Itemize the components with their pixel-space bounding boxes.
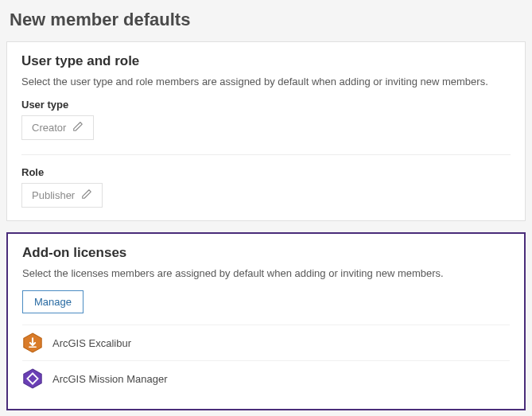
- pencil-icon: [72, 121, 83, 134]
- addon-licenses-card: Add-on licenses Select the licenses memb…: [6, 232, 526, 410]
- addon-licenses-title: Add-on licenses: [22, 245, 510, 261]
- user-type-role-description: Select the user type and role members ar…: [21, 76, 511, 87]
- user-type-role-title: User type and role: [21, 53, 511, 69]
- license-label: ArcGIS Mission Manager: [52, 373, 168, 385]
- license-item: ArcGIS Excalibur: [22, 325, 510, 360]
- license-list: ArcGIS Excalibur ArcGIS Mission Manager: [22, 325, 510, 396]
- addon-licenses-description: Select the licenses members are assigned…: [22, 267, 510, 279]
- license-label: ArcGIS Excalibur: [52, 337, 131, 349]
- role-selector[interactable]: Publisher: [21, 183, 103, 208]
- license-item: ArcGIS Mission Manager: [22, 360, 510, 396]
- user-type-value: Creator: [32, 122, 66, 134]
- role-value: Publisher: [32, 189, 75, 201]
- user-type-role-card: User type and role Select the user type …: [6, 41, 526, 221]
- role-label: Role: [21, 166, 511, 178]
- user-type-label: User type: [21, 99, 511, 111]
- mission-manager-icon: [22, 368, 43, 389]
- divider: [21, 154, 511, 155]
- excalibur-icon: [22, 332, 43, 353]
- user-type-selector[interactable]: Creator: [21, 115, 94, 140]
- pencil-icon: [81, 189, 92, 202]
- page-title: New member defaults: [10, 10, 522, 30]
- manage-button[interactable]: Manage: [22, 290, 83, 313]
